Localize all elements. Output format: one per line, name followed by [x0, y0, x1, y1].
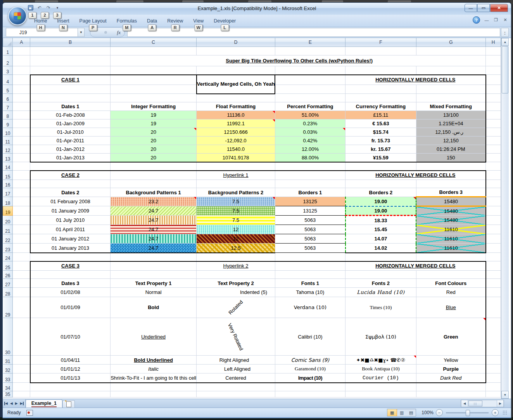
- cell-D8[interactable]: 11136.0: [197, 111, 275, 119]
- col-header-D[interactable]: D: [197, 38, 275, 47]
- cell-A21[interactable]: [13, 225, 30, 234]
- cell-C33[interactable]: Shrink-To-Fit - I am going to fit this c…: [111, 373, 197, 383]
- cell-H1[interactable]: [486, 47, 501, 55]
- cell-G11[interactable]: 12,150: [416, 137, 485, 145]
- expand-formula-bar-icon[interactable]: ⌄⌄: [501, 28, 509, 37]
- cell-F24[interactable]: [345, 253, 416, 261]
- cell-C9[interactable]: 19: [111, 119, 197, 128]
- cell-B6[interactable]: [30, 94, 111, 102]
- cell-F35[interactable]: [345, 391, 416, 398]
- cell-E5[interactable]: [275, 85, 345, 94]
- row-header-21[interactable]: 21: [3, 225, 13, 234]
- row-header-22[interactable]: 22: [3, 234, 13, 244]
- first-sheet-icon[interactable]: ◀: [4, 401, 8, 405]
- scroll-down-icon[interactable]: ▼: [501, 391, 509, 399]
- cell-B22[interactable]: 01 January 2012: [30, 234, 111, 244]
- cell-H15[interactable]: [486, 171, 501, 180]
- cell-E3[interactable]: [275, 66, 345, 75]
- horizontal-scroll-thumb[interactable]: |||: [468, 401, 482, 406]
- cell-B33[interactable]: 01/01/13: [30, 373, 111, 383]
- zoom-in-icon[interactable]: +: [492, 409, 499, 416]
- cell-H3[interactable]: [486, 66, 501, 75]
- cell-F31[interactable]: ✦✖■♎✖■ɣ٭ ☎✆②: [345, 356, 416, 365]
- cell-D24[interactable]: [197, 253, 275, 261]
- cell-E1[interactable]: [275, 47, 345, 55]
- cell-D6[interactable]: [197, 94, 275, 102]
- cell-B2[interactable]: [30, 55, 111, 66]
- tab-data[interactable]: DataA: [142, 16, 162, 26]
- cell-H23[interactable]: [486, 244, 501, 253]
- cell-G8[interactable]: 13/100: [416, 111, 485, 119]
- cell-G27[interactable]: Font Colours: [416, 279, 485, 288]
- cell-C2[interactable]: Super Big Title Overflowing To Other Cel…: [111, 55, 486, 66]
- cell-F13[interactable]: ¥15.59: [345, 154, 416, 162]
- cell-G28[interactable]: Red: [416, 288, 485, 297]
- cell-D14[interactable]: [197, 162, 275, 171]
- cell-F18[interactable]: 19.00: [345, 197, 416, 206]
- cell-C30[interactable]: Underlined: [111, 318, 197, 356]
- save-icon[interactable]: [27, 4, 35, 11]
- cell-E24[interactable]: [275, 253, 345, 261]
- row-header-9[interactable]: 9: [3, 119, 13, 128]
- row-header-1[interactable]: 1: [3, 47, 13, 55]
- cell-A4[interactable]: [13, 75, 30, 85]
- cell-C32[interactable]: Italic: [111, 365, 197, 373]
- row-header-2[interactable]: 2: [3, 55, 13, 66]
- cell-D17[interactable]: Background Patterns 2: [197, 188, 275, 197]
- cell-A1[interactable]: [13, 47, 30, 55]
- row-header-26[interactable]: 26: [3, 271, 13, 279]
- row-header-27[interactable]: 27: [3, 279, 13, 288]
- cell-G29[interactable]: Blue: [416, 297, 485, 318]
- cell-A17[interactable]: [13, 188, 30, 197]
- zoom-slider[interactable]: [446, 412, 489, 413]
- row-header-3[interactable]: 3: [3, 66, 13, 75]
- cell-C23[interactable]: 24.7: [111, 244, 197, 253]
- cell-F1[interactable]: [345, 47, 416, 55]
- cell-B8[interactable]: 01-Feb-2008: [30, 111, 111, 119]
- cell-E29[interactable]: Verdana (10): [275, 297, 345, 318]
- cell-A19[interactable]: [13, 206, 30, 216]
- cell-A3[interactable]: [13, 66, 30, 75]
- qat-customize-icon[interactable]: ▾: [54, 4, 61, 11]
- col-header-E[interactable]: E: [275, 38, 345, 47]
- cell-D33[interactable]: Centered: [197, 373, 275, 383]
- cell-B5[interactable]: [30, 85, 111, 94]
- cell-G18[interactable]: 15480: [416, 197, 485, 206]
- col-header-C[interactable]: C: [111, 38, 197, 47]
- scroll-up-icon[interactable]: ▲: [501, 38, 509, 46]
- cell-C29[interactable]: Bold: [111, 297, 197, 318]
- cell-F25[interactable]: HORIZONTALLY MERGED CELLS: [345, 261, 486, 271]
- cell-C17[interactable]: Background Patterns 1: [111, 188, 197, 197]
- next-sheet-icon[interactable]: ▶: [15, 401, 18, 405]
- cell-H32[interactable]: [486, 365, 501, 373]
- cell-H4[interactable]: [486, 75, 501, 85]
- cell-E23[interactable]: 5063: [275, 244, 345, 253]
- cell-G33[interactable]: Dark Red: [416, 373, 485, 383]
- cell-C11[interactable]: 20: [111, 137, 197, 145]
- cell-E25[interactable]: [275, 261, 345, 271]
- maximize-button[interactable]: ▭: [477, 4, 490, 12]
- cell-D26[interactable]: [197, 271, 275, 279]
- scroll-right-icon[interactable]: ▶: [497, 400, 504, 407]
- cell-F15[interactable]: HORIZONTALLY MERGED CELLS: [345, 171, 486, 180]
- help-icon[interactable]: ?: [473, 16, 480, 24]
- cell-F29[interactable]: Times (10): [345, 297, 416, 318]
- cell-A9[interactable]: [13, 119, 30, 128]
- row-header-17[interactable]: 17: [3, 188, 13, 197]
- row-header-34[interactable]: 34: [3, 383, 13, 391]
- cell-H29[interactable]: [486, 297, 501, 318]
- cell-E9[interactable]: 0.23%: [275, 119, 345, 128]
- cell-A20[interactable]: [13, 216, 30, 225]
- cell-B15[interactable]: CASE 2: [30, 171, 111, 180]
- cell-A16[interactable]: [13, 180, 30, 188]
- row-header-15[interactable]: 15: [3, 171, 13, 180]
- cell-B7[interactable]: Dates 1: [30, 102, 111, 111]
- vertical-scroll-thumb[interactable]: [502, 46, 508, 93]
- cell-B26[interactable]: [30, 271, 111, 279]
- cell-B13[interactable]: 01-Jan-2013: [30, 154, 111, 162]
- cell-H2[interactable]: [486, 55, 501, 66]
- cell-A8[interactable]: [13, 111, 30, 119]
- cell-E8[interactable]: 51.00%: [275, 111, 345, 119]
- row-header-32[interactable]: 32: [3, 365, 13, 373]
- cell-G10[interactable]: ر.س.‏ 12,150: [416, 128, 485, 137]
